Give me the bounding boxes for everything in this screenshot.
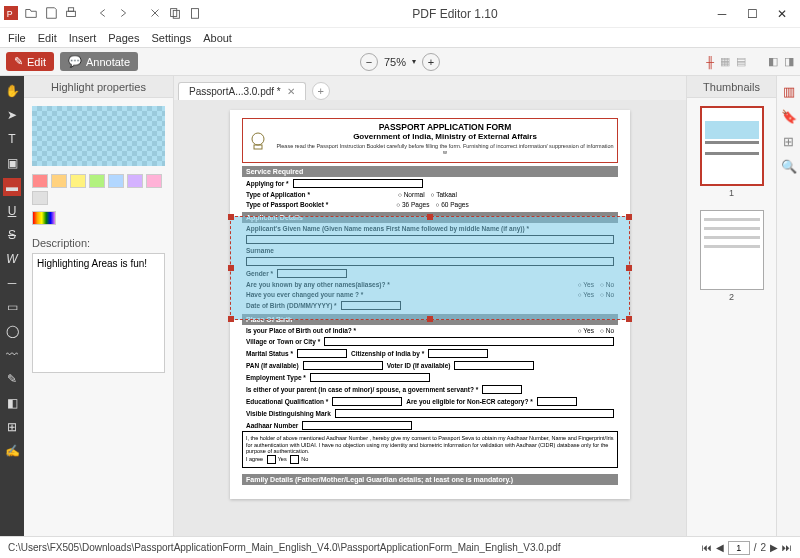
page-input[interactable] — [728, 541, 750, 555]
radio-normal[interactable]: Normal — [398, 191, 425, 198]
image-tool-icon[interactable]: ▣ — [3, 154, 21, 172]
swatch-purple[interactable] — [127, 174, 143, 188]
print-icon[interactable] — [64, 6, 78, 22]
strikeout-tool-icon[interactable]: S — [3, 226, 21, 244]
thumbnails-tab-icon[interactable]: ▥ — [783, 84, 795, 99]
tab-close-icon[interactable]: ✕ — [287, 86, 295, 97]
select-tool-icon[interactable]: ➤ — [3, 106, 21, 124]
field-citizen[interactable] — [428, 349, 488, 358]
field-aadhaar[interactable] — [302, 421, 412, 430]
field-village[interactable] — [324, 337, 614, 346]
section-family: Family Details (Father/Mother/Legal Guar… — [242, 474, 618, 485]
bookmarks-tab-icon[interactable]: 🔖 — [781, 109, 797, 124]
menu-pages[interactable]: Pages — [108, 32, 139, 44]
new-tab-button[interactable]: + — [312, 82, 330, 100]
svg-rect-6 — [192, 8, 199, 18]
radio-type-app[interactable]: NormalTatkaal — [398, 191, 457, 198]
rect-tool-icon[interactable]: ▭ — [3, 298, 21, 316]
radio-36[interactable]: 36 Pages — [396, 201, 429, 208]
eraser-tool-icon[interactable]: ◧ — [3, 394, 21, 412]
radio-tatkaal[interactable]: Tatkaal — [431, 191, 457, 198]
text-tool-icon[interactable]: T — [3, 130, 21, 148]
radio-pobout[interactable]: YesNo — [578, 327, 614, 334]
thumbnail-2[interactable] — [700, 210, 764, 290]
highlight-text-tool-icon[interactable]: U — [3, 202, 21, 220]
minimize-button[interactable]: ─ — [708, 4, 736, 24]
toggle-right-panel-icon[interactable]: ◨ — [784, 55, 794, 68]
save-icon[interactable] — [44, 6, 58, 22]
attachments-tab-icon[interactable]: ⊞ — [783, 134, 794, 149]
copy-icon[interactable] — [168, 6, 182, 22]
open-icon[interactable] — [24, 6, 38, 22]
cut-icon[interactable] — [148, 6, 162, 22]
radio-pob-no[interactable]: No — [600, 327, 614, 334]
zoom-out-button[interactable]: − — [360, 53, 378, 71]
field-marks[interactable] — [335, 409, 614, 418]
line-tool-icon[interactable]: ─ — [3, 274, 21, 292]
swatch-red[interactable] — [32, 174, 48, 188]
pencil-tool-icon[interactable]: ✎ — [3, 370, 21, 388]
highlight-area-tool-icon[interactable]: ▬ — [3, 178, 21, 196]
field-edu[interactable] — [332, 397, 402, 406]
close-button[interactable]: ✕ — [768, 4, 796, 24]
zoom-in-button[interactable]: + — [422, 53, 440, 71]
field-applying[interactable] — [293, 179, 423, 188]
tab-active[interactable]: PassportA...3.0.pdf * ✕ — [178, 82, 306, 100]
layout-grid-icon[interactable]: ▦ — [720, 55, 730, 68]
document-viewport[interactable]: PASSPORT APPLICATION FORM Government of … — [174, 100, 686, 536]
field-emp[interactable] — [310, 373, 430, 382]
highlight-selection[interactable] — [230, 216, 630, 320]
checkbox-yes[interactable] — [267, 455, 276, 464]
search-tab-icon[interactable]: 🔍 — [781, 159, 797, 174]
swatch-yellow[interactable] — [70, 174, 86, 188]
layout-single-icon[interactable]: ╫ — [706, 56, 714, 68]
first-page-icon[interactable]: ⏮ — [702, 542, 712, 553]
next-page-icon[interactable]: ▶ — [770, 542, 778, 553]
polyline-tool-icon[interactable]: 〰 — [3, 346, 21, 364]
swatch-pink[interactable] — [146, 174, 162, 188]
annotate-mode-button[interactable]: 💬 Annotate — [60, 52, 138, 71]
label-citizen: Citizenship of India by * — [351, 350, 424, 357]
label-pobout: Is your Place of Birth out of India? * — [246, 327, 356, 334]
layout-continuous-icon[interactable]: ▤ — [736, 55, 746, 68]
zoom-value[interactable]: 75% — [384, 56, 406, 68]
field-pan[interactable] — [303, 361, 383, 370]
edit-mode-button[interactable]: ✎ Edit — [6, 52, 54, 71]
field-parentgov[interactable] — [482, 385, 522, 394]
swatch-green[interactable] — [89, 174, 105, 188]
menu-file[interactable]: File — [8, 32, 26, 44]
menu-edit[interactable]: Edit — [38, 32, 57, 44]
checkbox-no[interactable] — [290, 455, 299, 464]
stamp-tool-icon[interactable]: ⊞ — [3, 418, 21, 436]
zoom-dropdown-icon[interactable]: ▾ — [412, 57, 416, 66]
field-voter[interactable] — [454, 361, 534, 370]
field-nonecr[interactable] — [537, 397, 577, 406]
undo-icon[interactable] — [96, 6, 110, 22]
ellipse-tool-icon[interactable]: ◯ — [3, 322, 21, 340]
prev-page-icon[interactable]: ◀ — [716, 542, 724, 553]
signature-tool-icon[interactable]: ✍ — [3, 442, 21, 460]
swatch-orange[interactable] — [51, 174, 67, 188]
thumbnail-1[interactable] — [700, 106, 764, 186]
hand-tool-icon[interactable]: ✋ — [3, 82, 21, 100]
maximize-button[interactable]: ☐ — [738, 4, 766, 24]
color-picker-icon[interactable] — [32, 211, 56, 225]
description-input[interactable] — [32, 253, 165, 373]
emblem-icon — [246, 129, 270, 153]
swatch-gray[interactable] — [32, 191, 48, 205]
radio-booklet[interactable]: 36 Pages60 Pages — [396, 201, 468, 208]
redo-icon[interactable] — [116, 6, 130, 22]
paste-icon[interactable] — [188, 6, 202, 22]
menu-insert[interactable]: Insert — [69, 32, 97, 44]
label-parentgov: Is either of your parent (in case of min… — [246, 386, 478, 393]
menu-about[interactable]: About — [203, 32, 232, 44]
radio-pob-yes[interactable]: Yes — [578, 327, 594, 334]
field-marital[interactable] — [297, 349, 347, 358]
menu-settings[interactable]: Settings — [151, 32, 191, 44]
swatch-blue[interactable] — [108, 174, 124, 188]
radio-60[interactable]: 60 Pages — [435, 201, 468, 208]
last-page-icon[interactable]: ⏭ — [782, 542, 792, 553]
svg-point-7 — [252, 133, 264, 145]
toggle-left-panel-icon[interactable]: ◧ — [768, 55, 778, 68]
squiggly-tool-icon[interactable]: W — [3, 250, 21, 268]
